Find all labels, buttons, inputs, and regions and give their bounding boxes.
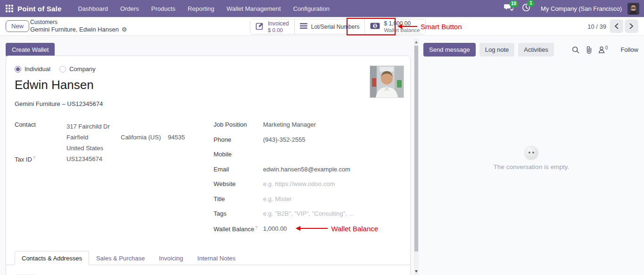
breadcrumb-current: Gemini Furniture, Edwin Hansen	[30, 26, 119, 33]
street-field[interactable]: 317 Fairchild Dr	[66, 121, 185, 132]
nav-item-products[interactable]: Products	[145, 5, 182, 12]
scrollbar-up-arrow[interactable]	[415, 41, 418, 43]
city-field[interactable]: Fairfield	[66, 132, 121, 143]
invoiced-label: Invoiced	[268, 20, 289, 27]
wallet-balance-field[interactable]: 1,000.00	[263, 225, 287, 232]
contact-address[interactable]: 317 Fairchild Dr Fairfield California (U…	[66, 121, 185, 154]
svg-text:$: $	[374, 24, 377, 28]
nav-item-configuration[interactable]: Configuration	[287, 5, 336, 12]
messages-menu[interactable]: 10	[504, 4, 513, 13]
empty-conversation: The conversation is empty.	[419, 146, 644, 170]
mobile-row: Mobile	[214, 151, 402, 166]
pager-count: 10 / 39	[587, 23, 606, 30]
main-content: Create Wallet Individual Company Edwin H…	[0, 36, 644, 275]
nav-item-orders[interactable]: Orders	[114, 5, 145, 12]
tax-id-field-row: Tax ID? US12345674	[15, 155, 214, 170]
wallet-balance-label: Wallet Balance?	[214, 225, 263, 233]
email-field[interactable]: edwin.hansen58@example.com	[263, 166, 350, 173]
create-wallet-button[interactable]: Create Wallet	[6, 43, 55, 57]
tab-sales-purchase[interactable]: Sales & Purchase	[89, 251, 152, 265]
pager-next-button[interactable]	[625, 19, 638, 33]
apps-grid-icon[interactable]	[6, 5, 13, 12]
job-position-field[interactable]: Marketing Manager	[263, 121, 316, 128]
user-avatar[interactable]	[627, 3, 639, 15]
tags-field[interactable]: e.g. "B2B", "VIP", "Consulting", ...	[263, 210, 354, 217]
nav-item-wallet-management[interactable]: Wallet Management	[220, 5, 287, 12]
gear-icon[interactable]: ⚙	[122, 26, 127, 32]
log-note-button[interactable]: Log note	[479, 43, 515, 57]
help-icon: ?	[33, 155, 35, 160]
follow-button[interactable]: Follow	[620, 46, 638, 53]
app-name[interactable]: Point of Sale	[17, 5, 61, 13]
job-position-row: Job Position Marketing Manager	[214, 121, 402, 136]
fields-right-column: Job Position Marketing Manager Phone (94…	[214, 121, 402, 240]
scrollbar-down-arrow[interactable]	[415, 270, 418, 273]
wallet-balance-row: Wallet Balance? 1,000.00 Wallet Balance	[214, 225, 402, 240]
bars-icon	[300, 23, 307, 31]
company-type-radio-group: Individual Company	[15, 65, 402, 73]
zip-field[interactable]: 94535	[168, 132, 185, 143]
form-pane: Create Wallet Individual Company Edwin H…	[0, 36, 414, 275]
chatter-toolbar: Send message Log note Activities 0 Follo…	[419, 36, 644, 57]
email-row: Email edwin.hansen58@example.com	[214, 166, 402, 181]
nav-item-dashboard[interactable]: Dashboard	[72, 5, 114, 12]
job-position-label: Job Position	[214, 121, 263, 128]
tab-internal-notes[interactable]: Internal Notes	[190, 251, 243, 265]
parent-company-link[interactable]: Gemini Furniture – US12345674	[15, 100, 402, 107]
tags-label: Tags	[214, 210, 263, 217]
individual-radio[interactable]	[15, 66, 21, 73]
new-button[interactable]: New	[6, 20, 29, 32]
chatter-pane: Send message Log note Activities 0 Follo…	[419, 36, 644, 275]
phone-row: Phone (943)-352-2555	[214, 136, 402, 151]
navbar-right: 10 1 My Company (San Francisco)	[504, 3, 644, 15]
notebook-tabs: Contacts & Addresses Sales & Purchase In…	[6, 251, 410, 265]
customer-photo[interactable]	[370, 65, 404, 98]
individual-radio-label[interactable]: Individual	[25, 65, 50, 73]
tags-row: Tags e.g. "B2B", "VIP", "Consulting", ..…	[214, 210, 402, 225]
followers-icon[interactable]: 0	[598, 46, 608, 53]
state-field[interactable]: California (US)	[121, 132, 168, 143]
top-navbar: Point of Sale Dashboard Orders Products …	[0, 0, 644, 17]
empty-conversation-text: The conversation is empty.	[419, 163, 644, 170]
breadcrumb-customers-link[interactable]: Customers	[30, 19, 127, 26]
company-radio-label[interactable]: Company	[69, 65, 96, 73]
company-switcher[interactable]: My Company (San Francisco)	[541, 5, 622, 12]
vertical-scrollbar[interactable]	[414, 39, 419, 275]
neutral-face-icon	[524, 146, 538, 160]
lot-serial-label: Lot/Serial Numbers	[311, 24, 360, 30]
messages-badge: 10	[509, 0, 518, 7]
control-panel: New Customers Gemini Furniture, Edwin Ha…	[0, 17, 644, 36]
activities-badge: 1	[527, 0, 535, 7]
title-row: Title e.g. Mister	[214, 195, 402, 210]
country-field[interactable]: United States	[66, 143, 185, 154]
scrollbar-thumb[interactable]	[414, 46, 418, 251]
activities-menu[interactable]: 1	[522, 3, 530, 14]
customer-name-field[interactable]: Edwin Hansen	[15, 77, 402, 92]
breadcrumb: Customers Gemini Furniture, Edwin Hansen…	[30, 19, 127, 33]
website-label: Website	[214, 180, 263, 187]
invoiced-amount: $ 0.00	[268, 27, 289, 33]
lot-serial-smart-button[interactable]: Lot/Serial Numbers	[295, 19, 365, 34]
website-row: Website e.g. https://www.odoo.com	[214, 180, 402, 195]
title-field[interactable]: e.g. Mister	[263, 195, 292, 202]
help-icon: ?	[255, 225, 257, 230]
email-label: Email	[214, 166, 263, 173]
attachment-icon[interactable]	[586, 46, 592, 54]
invoiced-smart-button[interactable]: Invoiced $ 0.00	[250, 19, 295, 34]
tab-invoicing[interactable]: Invoicing	[152, 251, 190, 265]
website-field[interactable]: e.g. https://www.odoo.com	[263, 180, 335, 187]
pager-previous-button[interactable]	[610, 19, 623, 33]
company-radio[interactable]	[59, 66, 66, 73]
nav-item-reporting[interactable]: Reporting	[182, 5, 220, 12]
tax-id-label: Tax ID?	[15, 155, 66, 163]
search-messages-icon[interactable]	[572, 46, 579, 54]
tab-contacts-addresses[interactable]: Contacts & Addresses	[15, 251, 89, 265]
send-message-button[interactable]: Send message	[423, 43, 476, 57]
tax-id-field[interactable]: US12345674	[66, 155, 102, 162]
phone-label: Phone	[214, 136, 263, 143]
phone-field[interactable]: (943)-352-2555	[263, 136, 305, 143]
contact-label: Contact	[15, 121, 66, 128]
contact-field-row: Contact 317 Fairchild Dr Fairfield Calif…	[15, 121, 214, 154]
annotation-label-smart-button: Smart Button	[421, 23, 462, 31]
activities-button[interactable]: Activities	[518, 43, 553, 57]
